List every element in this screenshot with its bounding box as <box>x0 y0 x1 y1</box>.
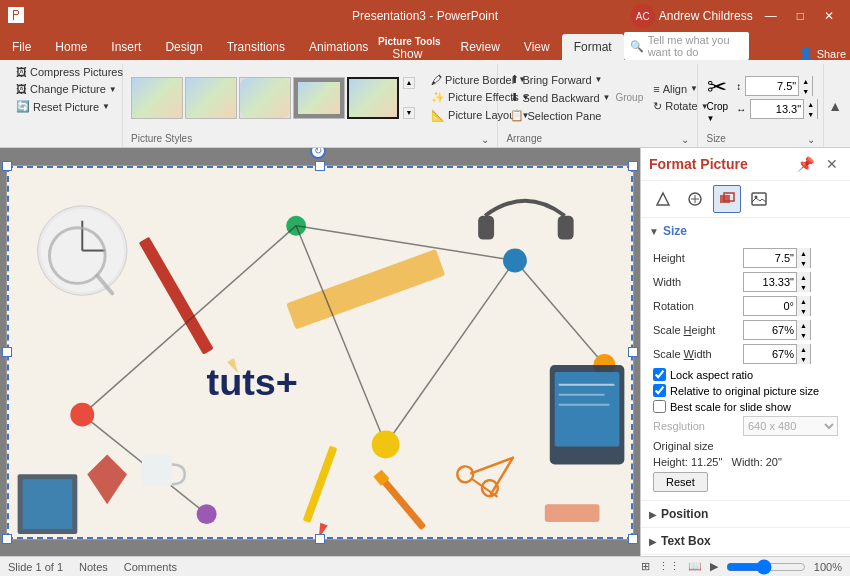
reset-picture-button[interactable]: 🔄 Reset Picture ▼ <box>12 98 114 115</box>
share-label[interactable]: Share <box>817 48 846 60</box>
arrange-expand[interactable]: ⌄ <box>681 134 689 145</box>
panel-width-down[interactable]: ▼ <box>796 282 810 292</box>
compress-pictures-button[interactable]: 🖼 Compress Pictures <box>12 64 127 80</box>
width-label: Width <box>653 276 743 288</box>
panel-rotation-down[interactable]: ▼ <box>796 306 810 316</box>
width-spin-up[interactable]: ▲ <box>803 99 817 109</box>
tab-home[interactable]: Home <box>43 34 99 60</box>
tab-file[interactable]: File <box>0 34 43 60</box>
tab-view[interactable]: View <box>512 34 562 60</box>
zoom-slider[interactable] <box>726 559 806 575</box>
height-input[interactable] <box>746 77 798 95</box>
lock-aspect-checkbox[interactable] <box>653 368 666 381</box>
search-box[interactable]: 🔍 Tell me what you want to do <box>624 32 749 60</box>
width-input[interactable] <box>751 100 803 118</box>
style-thumb-2[interactable] <box>185 77 237 119</box>
panel-scale-width-up[interactable]: ▲ <box>796 344 810 354</box>
bring-forward-button[interactable]: ⬆ Bring Forward ▼ <box>506 71 647 88</box>
style-thumb-5[interactable] <box>347 77 399 119</box>
position-section[interactable]: ▶ Position <box>641 501 850 528</box>
handle-mr[interactable] <box>628 347 638 357</box>
shadow-icon[interactable] <box>681 185 709 213</box>
handle-bm[interactable] <box>315 534 325 544</box>
size-icon[interactable] <box>713 185 741 213</box>
rotate-handle[interactable]: ↻ <box>310 148 330 163</box>
panel-width-input[interactable] <box>744 273 796 291</box>
best-scale-checkbox[interactable] <box>653 400 666 413</box>
bring-forward-icon: ⬆ <box>510 73 519 86</box>
alttext-section[interactable]: ▶ Alt Text <box>641 555 850 556</box>
crop-label[interactable]: Crop ▼ <box>706 101 728 123</box>
tab-format[interactable]: Format <box>562 34 624 60</box>
panel-rotation-input[interactable] <box>744 297 796 315</box>
slideshow-icon[interactable]: ▶ <box>710 560 718 573</box>
size-expand[interactable]: ⌄ <box>807 134 815 145</box>
collapse-panel-btn[interactable]: ▲ <box>824 64 846 147</box>
panel-width-up[interactable]: ▲ <box>796 272 810 282</box>
relative-original-checkbox[interactable] <box>653 384 666 397</box>
textbox-section[interactable]: ▶ Text Box <box>641 528 850 555</box>
reset-button[interactable]: Reset <box>653 472 708 492</box>
height-spin-down[interactable]: ▼ <box>798 86 812 96</box>
change-dropdown-icon: ▼ <box>109 85 117 94</box>
style-scroll-down[interactable]: ▼ <box>403 107 415 119</box>
panel-rotation-up[interactable]: ▲ <box>796 296 810 306</box>
status-notes[interactable]: Notes <box>79 561 108 573</box>
panel-height-up[interactable]: ▲ <box>796 248 810 258</box>
svg-point-17 <box>70 402 94 426</box>
change-picture-button[interactable]: 🖼 Change Picture ▼ <box>12 81 121 97</box>
panel-scale-height-input[interactable] <box>744 321 796 339</box>
slide-sorter-icon[interactable]: ⋮⋮ <box>658 560 680 573</box>
style-thumb-3[interactable] <box>239 77 291 119</box>
selection-pane-button[interactable]: 📋 Selection Pane <box>506 107 647 124</box>
tab-review[interactable]: Review <box>448 34 511 60</box>
panel-scale-height-up[interactable]: ▲ <box>796 320 810 330</box>
close-button[interactable]: ✕ <box>816 5 842 27</box>
picture-icon[interactable] <box>745 185 773 213</box>
handle-bl[interactable] <box>2 534 12 544</box>
account-icon[interactable]: AC <box>631 4 655 28</box>
width-spin-down[interactable]: ▼ <box>803 109 817 119</box>
size-section-header[interactable]: ▼ Size <box>641 218 850 244</box>
panel-height-down[interactable]: ▼ <box>796 258 810 268</box>
style-scroll-up[interactable]: ▲ <box>403 77 415 89</box>
change-label: Change Picture <box>30 83 106 95</box>
panel-title: Format Picture <box>649 156 748 172</box>
panel-height-input[interactable] <box>744 249 796 267</box>
height-spin-up[interactable]: ▲ <box>798 76 812 86</box>
style-thumb-4[interactable] <box>293 77 345 119</box>
status-comments[interactable]: Comments <box>124 561 177 573</box>
tab-insert[interactable]: Insert <box>99 34 153 60</box>
tab-transitions[interactable]: Transitions <box>215 34 297 60</box>
tab-design[interactable]: Design <box>153 34 214 60</box>
svg-rect-46 <box>720 195 730 203</box>
handle-ml[interactable] <box>2 347 12 357</box>
reset-label: Reset Picture <box>33 101 99 113</box>
style-thumb-1[interactable] <box>131 77 183 119</box>
ribbon: 🖼 Compress Pictures 🖼 Change Picture ▼ 🔄… <box>0 60 850 148</box>
title-bar-center: Presentation3 - PowerPoint <box>352 9 498 23</box>
minimize-button[interactable]: — <box>757 5 785 27</box>
handle-tl[interactable] <box>2 161 12 171</box>
panel-close-button[interactable]: ✕ <box>822 154 842 174</box>
resolution-select[interactable]: 640 x 480 <box>743 416 838 436</box>
crop-icon[interactable]: ✂ <box>707 73 727 101</box>
picture-styles-expand[interactable]: ⌄ <box>481 134 489 145</box>
panel-scale-height-down[interactable]: ▼ <box>796 330 810 340</box>
size-section-title: Size <box>663 224 687 238</box>
maximize-button[interactable]: □ <box>789 5 812 27</box>
fill-effects-icon[interactable] <box>649 185 677 213</box>
panel-scale-width-down[interactable]: ▼ <box>796 354 810 364</box>
width-spin: ▲ ▼ <box>803 99 817 119</box>
reading-view-icon[interactable]: 📖 <box>688 560 702 573</box>
send-backward-button[interactable]: ⬇ Send Backward ▼ Group <box>506 89 647 106</box>
handle-br[interactable] <box>628 534 638 544</box>
normal-view-icon[interactable]: ⊞ <box>641 560 650 573</box>
share-area: 👤 Share <box>799 47 846 60</box>
panel-scale-width-wrapper: ▲ ▼ <box>743 344 811 364</box>
slide-area: ↻ <box>0 148 640 556</box>
resolution-label: Resglution <box>653 420 743 432</box>
handle-tr[interactable] <box>628 161 638 171</box>
panel-scale-width-input[interactable] <box>744 345 796 363</box>
panel-pin-button[interactable]: 📌 <box>793 154 818 174</box>
